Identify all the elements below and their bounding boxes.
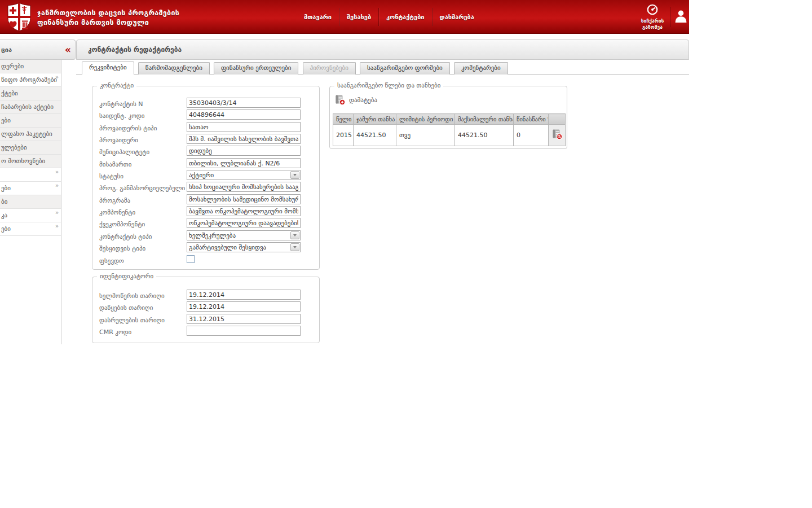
reporting-years-fieldset: საანგარიშგებო წლები და თანხები დამატება … <box>329 86 567 149</box>
sidebar-header: ცია « <box>0 40 76 60</box>
chevron-right-icon: » <box>55 168 59 179</box>
contract-number-input[interactable] <box>187 98 301 108</box>
chevron-down-icon <box>290 243 299 251</box>
sidebar-item-acceptance-acts[interactable]: ჩაბარების აქტები <box>0 100 61 114</box>
nav-item-help[interactable]: დახმარება <box>433 11 482 23</box>
identifier-fieldset-legend: იდენტიფიკატორი <box>97 273 156 280</box>
sidebar-item[interactable]: ები <box>0 114 61 128</box>
address-input[interactable] <box>187 158 301 168</box>
cmr-code-input[interactable] <box>187 326 301 336</box>
years-table-header-row: წელი ჯამური თანხა ლიმიტის პერიოდი მაქსიმ… <box>333 114 566 125</box>
user-account-button[interactable] <box>673 9 689 24</box>
col-advance-pct: წინასწარი % <box>514 114 549 125</box>
form-row: ქვეკომპონენტი <box>99 218 314 228</box>
sidebar-item[interactable]: კა» <box>0 209 61 222</box>
add-year-button[interactable]: დამატება <box>334 94 377 106</box>
gauge-icon <box>646 3 659 16</box>
speed-label-line2: გაზომვა <box>637 24 668 30</box>
signing-date-input[interactable] <box>187 290 301 300</box>
sidebar-item[interactable]: ები» <box>0 182 61 195</box>
tab-requisites[interactable]: რეკვიზიტები <box>82 62 134 75</box>
form-row: პროვაიდერი <box>99 134 314 144</box>
subcomponent-input[interactable] <box>187 218 301 228</box>
form-row: პროგ. განმახორციელებელი <box>99 182 314 192</box>
sidebar-item[interactable]: დერები <box>0 60 61 73</box>
chevron-right-icon: » <box>55 73 59 84</box>
cell-advance-pct: 0 <box>514 125 549 146</box>
form-row: შესყიდვის ტიპი გამარტივებული შესყიდვა <box>99 242 314 252</box>
app-header: ჯანმრთელობის დაცვის პროგრამების ფინანსურ… <box>0 0 689 34</box>
status-select[interactable]: აქტიური <box>187 170 301 180</box>
chevron-down-icon <box>290 231 299 239</box>
sidebar-title: ცია <box>1 46 12 54</box>
cell-total-amount: 44521.50 <box>354 125 396 146</box>
tab-reporting-forms[interactable]: საანგარიშგებო ფორმები <box>360 62 450 75</box>
form-row: CMR კოდი <box>99 326 314 336</box>
contract-type-select[interactable]: ხელშეკრულება <box>187 230 301 240</box>
purchase-type-select[interactable]: გამარტივებული შესყიდვა <box>187 242 301 252</box>
chevron-right-icon: » <box>55 209 59 220</box>
tab-representatives[interactable]: წარმომადგენლები <box>138 62 210 75</box>
sidebar-item-contracts[interactable]: ქტები <box>0 87 61 100</box>
contract-fieldset-legend: კონტრაქტი <box>97 82 136 89</box>
identifier-fieldset: იდენტიფიკატორი ხელმოწერის თარიღი დაწყები… <box>92 277 320 343</box>
col-limit-period: ლიმიტის პერიოდი <box>396 114 455 125</box>
form-row: საიდენტ. კოდი <box>99 110 314 120</box>
tab-financial-units[interactable]: ფინანსური ერთეულები <box>214 62 298 75</box>
sidebar-menu: დერები წიფო პროგრამები» ქტები ჩაბარების … <box>0 60 61 344</box>
provider-type-input[interactable] <box>187 122 301 132</box>
form-row: პროგრამა <box>99 194 314 204</box>
component-input[interactable] <box>187 206 301 216</box>
municipality-input[interactable] <box>187 146 301 156</box>
form-row: მისამართი <box>99 158 314 168</box>
chevron-down-icon <box>290 171 299 179</box>
form-row: მუნიციპალიტეტი <box>99 146 314 156</box>
cell-limit-period: თვე <box>396 125 455 146</box>
app-title: ჯანმრთელობის დაცვის პროგრამების ფინანსურ… <box>37 8 179 27</box>
form-row: დასრულების თარიღი <box>99 314 314 324</box>
main-nav: მთავარი შესახებ კონტაქტები დახმარება <box>297 0 482 34</box>
add-document-icon <box>334 94 346 106</box>
tab-comments[interactable]: კომენტარები <box>454 62 508 75</box>
view-year-button[interactable] <box>551 129 563 140</box>
sidebar-collapse-button[interactable]: « <box>65 43 71 56</box>
reporting-years-fieldset-legend: საანგარიშგებო წლები და თანხები <box>334 82 443 89</box>
table-row: 2015 44521.50 თვე 44521.50 0 <box>333 125 566 146</box>
sidebar-item[interactable]: » <box>0 168 61 182</box>
form-row: კონტრაქტის N <box>99 98 314 108</box>
pseudo-checkbox[interactable] <box>187 255 195 263</box>
nav-item-home[interactable]: მთავარი <box>297 11 339 23</box>
sidebar-item[interactable]: ბი <box>0 195 61 209</box>
speed-test-button[interactable]: სიჩქარის გაზომვა <box>637 3 668 30</box>
col-total-amount: ჯამური თანხა <box>354 114 396 125</box>
col-max-amount: მაქსიმალური თანხა <box>455 114 514 125</box>
sidebar-item[interactable]: ულებები <box>0 141 61 155</box>
ident-code-input[interactable] <box>187 110 301 120</box>
user-icon <box>673 9 689 23</box>
col-actions <box>549 114 566 125</box>
start-date-input[interactable] <box>187 301 301 312</box>
form-row: ხელმოწერის თარიღი <box>99 290 314 300</box>
add-year-label: დამატება <box>349 97 377 104</box>
end-date-input[interactable] <box>187 314 301 324</box>
search-document-icon <box>551 129 563 140</box>
tab-strip: რეკვიზიტები წარმომადგენლები ფინანსური ერ… <box>76 60 689 75</box>
page-header: კონტრაქტის რედაქტირება <box>76 40 689 60</box>
years-table: წელი ჯამური თანხა ლიმიტის პერიოდი მაქსიმ… <box>333 113 566 146</box>
sidebar-item-state-programs[interactable]: წიფო პროგრამები» <box>0 73 61 87</box>
sidebar-item-packages[interactable]: ლფასო პაკეტები <box>0 128 61 141</box>
sidebar-item-requests[interactable]: ო მოთხოვნები <box>0 155 61 168</box>
app-title-line1: ჯანმრთელობის დაცვის პროგრამების <box>37 8 179 17</box>
program-input[interactable] <box>187 194 301 204</box>
form-row: კომპონენტი <box>99 206 314 216</box>
cell-max-amount: 44521.50 <box>455 125 514 146</box>
sidebar-item[interactable]: ები» <box>0 222 61 236</box>
program-implementer-input[interactable] <box>187 182 301 192</box>
nav-item-about[interactable]: შესახებ <box>339 11 378 23</box>
chevron-right-icon: » <box>55 222 59 233</box>
cell-actions <box>549 125 566 146</box>
nav-item-contacts[interactable]: კონტაქტები <box>379 11 431 23</box>
form-row: ფსევდო <box>99 255 314 265</box>
provider-input[interactable] <box>187 134 301 144</box>
form-row: დაწყების თარიღი <box>99 301 314 312</box>
